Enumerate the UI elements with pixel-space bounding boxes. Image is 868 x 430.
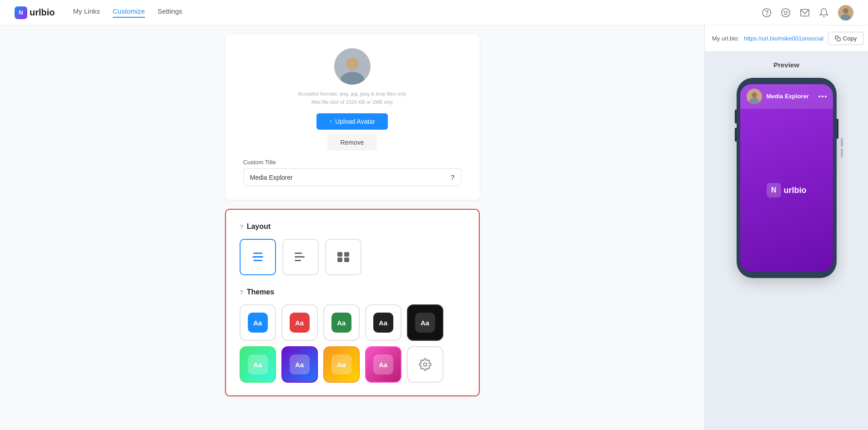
copy-icon	[835, 35, 841, 41]
avatar-image	[334, 48, 371, 85]
upload-avatar-button[interactable]: ↑ Upload Avatar	[316, 113, 388, 130]
layout-grid-button[interactable]	[325, 239, 361, 275]
theme-pink-inner: Aa	[373, 354, 393, 374]
left-content: Accepted formats: png, jpg, jpeg & bmp f…	[0, 25, 704, 430]
svg-rect-20	[337, 258, 342, 262]
url-label: My url.bio:	[712, 35, 739, 42]
svg-point-1	[767, 15, 767, 15]
main-layout: Accepted formats: png, jpg, jpeg & bmp f…	[0, 25, 868, 430]
phone-mockup: Media Explorer N urlbio	[737, 78, 837, 278]
url-link[interactable]: https://url.bio/mike001onsocial	[744, 35, 823, 42]
layout-help-icon[interactable]: ?	[240, 223, 244, 231]
svg-point-3	[784, 11, 785, 12]
phone-screen: Media Explorer N urlbio	[740, 84, 833, 272]
logo[interactable]: N urlbio	[15, 6, 55, 19]
preview-area: Preview Media Explorer	[705, 52, 868, 430]
themes-grid: Aa Aa Aa Aa Aa	[240, 304, 465, 383]
svg-rect-12	[253, 253, 262, 254]
preview-label: Preview	[773, 61, 799, 69]
right-panel: My url.bio: https://url.bio/mike001onsoc…	[704, 25, 868, 430]
theme-red-button[interactable]: Aa	[281, 304, 318, 341]
svg-rect-21	[344, 258, 349, 262]
svg-rect-17	[295, 260, 301, 261]
scroll-nub-top	[841, 138, 843, 147]
volume-button-2	[735, 128, 737, 142]
svg-point-10	[346, 57, 359, 70]
volume-button	[735, 110, 737, 123]
nav-settings[interactable]: Settings	[158, 7, 182, 18]
theme-orange-button[interactable]: Aa	[323, 346, 360, 383]
layout-options	[240, 239, 465, 275]
theme-dark-inner: Aa	[373, 313, 393, 333]
user-avatar[interactable]	[838, 5, 853, 20]
power-button	[837, 119, 838, 139]
logo-text: urlbio	[30, 7, 55, 18]
phone-frame: Media Explorer N urlbio	[737, 78, 837, 278]
themes-section-title: ? Themes	[240, 288, 465, 296]
svg-point-4	[787, 11, 788, 12]
svg-point-25	[752, 92, 757, 98]
nav-right	[762, 5, 853, 20]
gear-icon	[419, 358, 431, 371]
layout-centered-button[interactable]	[240, 239, 276, 275]
phone-top-bar: Media Explorer	[740, 84, 833, 109]
copy-button[interactable]: Copy	[828, 32, 863, 45]
theme-black-inner: Aa	[415, 313, 435, 333]
nav-customize[interactable]: Customize	[113, 7, 145, 18]
theme-dark-button[interactable]: Aa	[365, 304, 401, 341]
svg-rect-15	[295, 253, 302, 254]
layout-section-title: ? Layout	[240, 223, 465, 231]
main-nav: N urlbio My Links Customize Settings	[0, 0, 868, 25]
theme-pink-button[interactable]: Aa	[365, 346, 401, 383]
emoji-icon[interactable]	[781, 8, 791, 18]
theme-red-inner: Aa	[290, 313, 310, 333]
remove-button[interactable]: Remove	[327, 134, 376, 151]
phone-dots	[818, 96, 827, 97]
theme-green-inner: Aa	[331, 313, 351, 333]
upload-icon: ↑	[329, 118, 332, 125]
themes-help-icon[interactable]: ?	[240, 288, 244, 296]
theme-custom-button[interactable]	[407, 346, 443, 383]
layout-left-button[interactable]	[282, 239, 319, 275]
svg-rect-16	[295, 256, 305, 258]
phone-logo: N urlbio	[767, 183, 807, 197]
svg-point-7	[843, 8, 848, 14]
custom-title-help-icon[interactable]: ?	[451, 173, 454, 181]
theme-green-button[interactable]: Aa	[323, 304, 360, 341]
profile-card: Accepted formats: png, jpg, jpeg & bmp f…	[225, 35, 480, 200]
bell-icon[interactable]	[819, 8, 829, 18]
svg-point-2	[782, 8, 790, 16]
theme-green-grad-inner: Aa	[248, 354, 268, 374]
theme-orange-inner: Aa	[331, 354, 351, 374]
avatar-hint: Accepted formats: png, jpg, jpeg & bmp f…	[298, 90, 406, 106]
theme-purple-button[interactable]: Aa	[281, 346, 318, 383]
nav-my-links[interactable]: My Links	[73, 7, 100, 18]
url-bar: My url.bio: https://url.bio/mike001onsoc…	[705, 25, 868, 52]
svg-rect-18	[337, 252, 342, 257]
scroll-indicator	[841, 138, 843, 157]
dot-2	[822, 96, 823, 97]
custom-title-field[interactable]: Media Explorer ?	[243, 168, 462, 186]
help-icon[interactable]	[762, 8, 772, 18]
scroll-nub-mid	[841, 148, 843, 157]
layout-themes-card: ? Layout	[225, 209, 480, 396]
custom-title-label: Custom Title	[243, 159, 276, 166]
nav-links: My Links Customize Settings	[73, 7, 182, 18]
theme-green-grad-button[interactable]: Aa	[240, 346, 276, 383]
dot-1	[818, 96, 820, 97]
svg-rect-14	[253, 260, 262, 261]
phone-logo-text: urlbio	[784, 186, 807, 195]
phone-title: Media Explorer	[767, 93, 814, 100]
phone-body: N urlbio	[740, 109, 833, 272]
phone-logo-icon: N	[767, 183, 781, 197]
phone-avatar	[747, 89, 762, 104]
theme-black-button[interactable]: Aa	[407, 304, 443, 341]
theme-blue-button[interactable]: Aa	[240, 304, 276, 341]
dot-3	[825, 96, 827, 97]
theme-purple-inner: Aa	[290, 354, 310, 374]
mail-icon[interactable]	[800, 8, 810, 18]
svg-point-22	[423, 363, 426, 366]
svg-rect-13	[252, 256, 263, 258]
svg-rect-19	[344, 252, 349, 257]
logo-icon: N	[15, 6, 27, 19]
